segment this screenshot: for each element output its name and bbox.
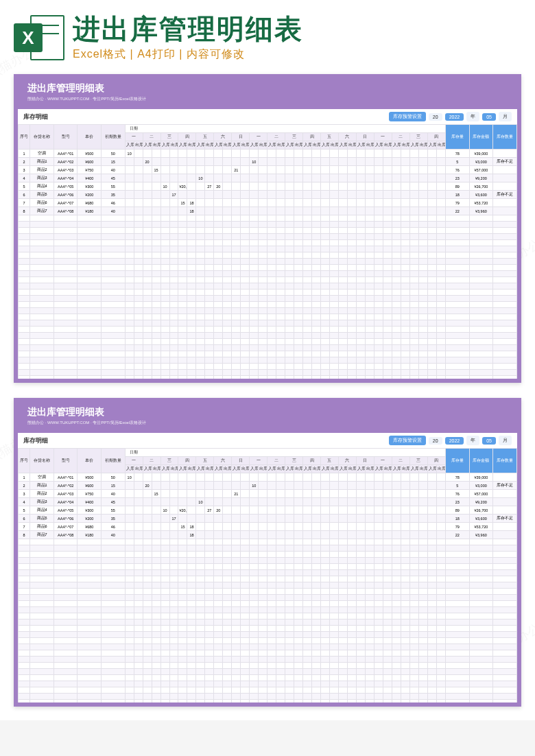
cell-io[interactable] (160, 174, 169, 182)
cell-io[interactable] (427, 490, 436, 498)
cell-io[interactable] (268, 166, 276, 174)
cell-io[interactable] (152, 199, 160, 207)
cell-io[interactable] (134, 523, 143, 531)
cell-io[interactable] (259, 191, 268, 199)
cell-io[interactable] (285, 498, 294, 506)
cell-io[interactable] (125, 506, 134, 515)
cell-io[interactable] (365, 531, 374, 539)
cell-io[interactable] (232, 182, 241, 191)
cell-io[interactable] (312, 191, 321, 199)
cell-io[interactable] (294, 498, 303, 506)
cell-io[interactable] (152, 191, 160, 199)
cell-io[interactable] (383, 490, 392, 498)
cell-io[interactable] (294, 199, 303, 207)
cell-io[interactable] (259, 174, 268, 182)
cell-io[interactable] (196, 166, 205, 174)
cell-io[interactable] (374, 174, 383, 182)
cell-io[interactable]: 10 (160, 506, 169, 515)
cell-io[interactable] (205, 482, 214, 490)
cell-io[interactable] (401, 158, 409, 166)
cell-io[interactable] (285, 150, 294, 158)
cell-io[interactable] (143, 199, 152, 207)
cell-io[interactable] (401, 191, 409, 199)
cell-io[interactable] (383, 166, 392, 174)
cell-io[interactable] (409, 191, 418, 199)
cell-io[interactable] (259, 199, 268, 207)
cell-io[interactable] (356, 482, 365, 490)
cell-io[interactable] (427, 166, 436, 174)
cell-io[interactable] (409, 150, 418, 158)
cell-io[interactable] (374, 158, 383, 166)
cell-io[interactable] (347, 199, 356, 207)
cell-io[interactable] (294, 207, 303, 215)
cell-io[interactable] (401, 166, 409, 174)
cell-io[interactable] (143, 531, 152, 539)
cell-io[interactable] (401, 523, 409, 531)
cell-io[interactable] (294, 158, 303, 166)
cell-io[interactable] (125, 199, 134, 207)
cell-io[interactable] (303, 473, 312, 482)
cell-io[interactable] (347, 182, 356, 191)
cell-io[interactable] (392, 473, 401, 482)
cell-io[interactable] (241, 207, 250, 215)
cell-io[interactable] (125, 482, 134, 490)
cell-io[interactable] (276, 482, 285, 490)
cell-io[interactable] (232, 506, 241, 515)
cell-io[interactable] (169, 150, 178, 158)
cell-io[interactable] (268, 207, 276, 215)
cell-io[interactable] (187, 490, 196, 498)
cell-io[interactable] (356, 174, 365, 182)
cell-io[interactable] (285, 490, 294, 498)
cell-io[interactable]: 27 (205, 506, 214, 515)
cell-io[interactable] (285, 523, 294, 531)
cell-io[interactable] (178, 531, 187, 539)
cell-io[interactable] (152, 515, 160, 523)
cell-io[interactable] (303, 498, 312, 506)
cell-io[interactable] (187, 158, 196, 166)
cell-io[interactable] (143, 515, 152, 523)
cell-io[interactable] (418, 174, 427, 182)
cell-io[interactable] (401, 506, 409, 515)
cell-io[interactable] (312, 174, 321, 182)
cell-io[interactable] (356, 506, 365, 515)
cell-io[interactable] (312, 207, 321, 215)
cell-io[interactable] (294, 473, 303, 482)
cell-io[interactable] (356, 490, 365, 498)
chip-alert-label[interactable]: 库存预警设置 (389, 112, 426, 121)
cell-io[interactable] (427, 506, 436, 515)
cell-io[interactable] (276, 523, 285, 531)
cell-io[interactable] (232, 158, 241, 166)
cell-io[interactable] (268, 199, 276, 207)
cell-io[interactable] (347, 523, 356, 531)
cell-io[interactable] (436, 207, 445, 215)
cell-io[interactable] (303, 182, 312, 191)
cell-io[interactable] (214, 207, 223, 215)
cell-io[interactable] (276, 191, 285, 199)
cell-io[interactable] (320, 506, 329, 515)
cell-io[interactable] (347, 174, 356, 182)
cell-io[interactable] (285, 515, 294, 523)
cell-io[interactable] (356, 531, 365, 539)
cell-io[interactable] (356, 473, 365, 482)
cell-io[interactable] (152, 158, 160, 166)
cell-io[interactable] (383, 523, 392, 531)
cell-io[interactable] (320, 515, 329, 523)
cell-io[interactable] (160, 166, 169, 174)
cell-io[interactable] (294, 182, 303, 191)
cell-io[interactable] (338, 182, 347, 191)
cell-io[interactable] (205, 515, 214, 523)
cell-io[interactable] (312, 490, 321, 498)
cell-io[interactable] (294, 150, 303, 158)
cell-io[interactable] (418, 531, 427, 539)
cell-io[interactable] (401, 199, 409, 207)
cell-io[interactable] (169, 199, 178, 207)
chip-year[interactable]: 2022 (445, 113, 464, 121)
cell-io[interactable] (241, 490, 250, 498)
cell-io[interactable] (160, 158, 169, 166)
cell-io[interactable] (392, 199, 401, 207)
cell-io[interactable] (276, 498, 285, 506)
cell-io[interactable] (169, 166, 178, 174)
cell-io[interactable] (401, 498, 409, 506)
cell-io[interactable] (160, 191, 169, 199)
cell-io[interactable] (365, 506, 374, 515)
